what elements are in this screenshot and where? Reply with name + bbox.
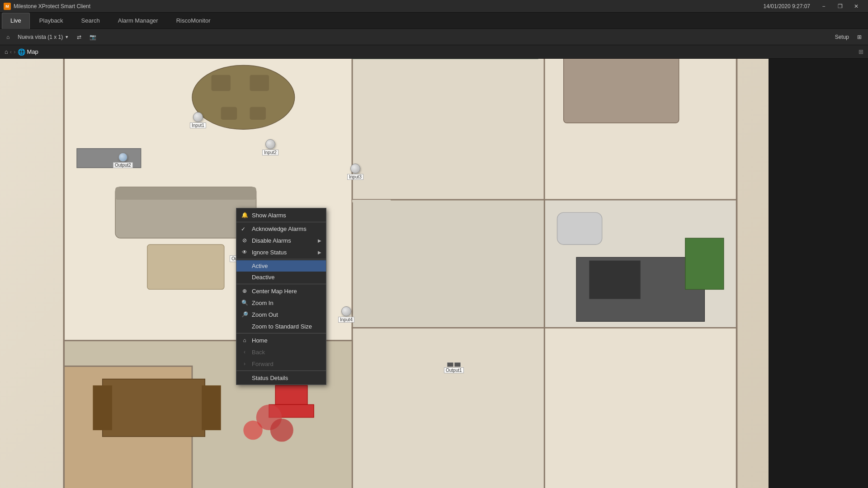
ctx-active[interactable]: ✓ Active (236, 260, 326, 272)
ctx-zoom-in-label: Zoom In (252, 300, 274, 306)
map-area[interactable]: Input1 Input2 Input3 Input4 Output1 (0, 59, 769, 488)
dropdown-icon: ▼ (65, 35, 69, 39)
ctx-zoom-standard-label: Zoom to Standard Size (252, 323, 312, 330)
zoom-in-icon: 🔍 (241, 299, 248, 306)
setup-label: Setup (835, 34, 849, 40)
svg-rect-2 (352, 59, 544, 200)
ctx-back-label: Back (252, 349, 265, 356)
grid-button[interactable]: ⊞ (854, 33, 864, 41)
marker-ball-input4 (341, 306, 351, 316)
view-selector[interactable]: Nueva vista (1 x 1) ▼ (15, 33, 71, 41)
svg-rect-7 (352, 328, 544, 488)
tab-search[interactable]: Search (73, 13, 108, 29)
ctx-sep4 (236, 333, 326, 333)
ctx-acknowledge-alarms[interactable]: ✓ Acknowledge Alarms (236, 223, 326, 235)
nav-forward[interactable]: › (14, 48, 15, 55)
tab-playback[interactable]: Playback (31, 13, 72, 29)
grid-icon: ⊞ (857, 34, 862, 40)
view-swap-button[interactable]: ⇄ (74, 33, 84, 41)
home-icon2: ⌂ (241, 337, 248, 344)
map-background: Input1 Input2 Input3 Input4 Output1 (0, 59, 769, 488)
close-button[interactable]: ✕ (848, 0, 864, 13)
ctx-deactive[interactable]: ✓ Deactive (236, 272, 326, 283)
svg-rect-24 (103, 379, 205, 437)
camera-icon: 📷 (90, 34, 96, 40)
globe-icon: 🌐 (18, 48, 25, 56)
ctx-home-label: Home (252, 337, 268, 344)
marker-label-output2: Output2 (113, 162, 133, 168)
nav-bar: Live Playback Search Alarm Manager Risco… (0, 13, 868, 29)
title-bar-left: M Milestone XProtect Smart Client (4, 3, 90, 10)
svg-rect-36 (589, 261, 640, 299)
title-text: Milestone XProtect Smart Client (14, 3, 90, 9)
svg-rect-13 (115, 187, 256, 200)
ctx-sep3 (236, 284, 326, 284)
marker-input1[interactable]: Input1 (190, 112, 206, 128)
minimize-button[interactable]: − (816, 0, 832, 13)
ctx-disable-alarms[interactable]: ⊘ Disable Alarms ▶ (236, 235, 326, 246)
ctx-zoom-in[interactable]: 🔍 Zoom In (236, 297, 326, 309)
marker-input2[interactable]: Input2 (262, 139, 278, 155)
tab-risco[interactable]: RiscoMonitor (168, 13, 219, 29)
svg-point-33 (243, 421, 263, 440)
marker-label-input4: Input4 (338, 317, 354, 323)
marker-label-input3: Input3 (347, 174, 363, 180)
ctx-back[interactable]: ‹ Back (236, 346, 326, 358)
ctx-zoom-out-label: Zoom Out (252, 311, 278, 318)
ctx-show-alarms[interactable]: 🔔 Show Alarms (236, 209, 326, 221)
main-content: Input1 Input2 Input3 Input4 Output1 (0, 59, 868, 488)
ctx-forward[interactable]: › Forward (236, 358, 326, 370)
marker-output1[interactable]: Output1 (444, 362, 464, 373)
setup-button[interactable]: Setup (832, 33, 852, 41)
arrow-icon2: ▶ (318, 250, 321, 255)
ctx-forward-label: Forward (252, 361, 274, 367)
svg-rect-27 (275, 385, 307, 405)
svg-point-16 (192, 66, 295, 130)
home-icon: ⌂ (6, 34, 9, 40)
svg-rect-26 (202, 385, 221, 430)
context-menu: 🔔 Show Alarms ✓ Acknowledge Alarms ⊘ Dis… (236, 208, 326, 385)
nav-back[interactable]: ‹ (10, 48, 12, 55)
ctx-ignore-status[interactable]: 👁 Ignore Status ▶ (236, 246, 326, 258)
grid-layout-icon[interactable]: ⊞ (859, 48, 863, 55)
ctx-zoom-standard[interactable]: Zoom to Standard Size (236, 320, 326, 332)
alarm-icon: 🔔 (241, 211, 248, 219)
marker-label-input2: Input2 (262, 150, 278, 155)
svg-rect-11 (352, 200, 391, 202)
floorplan-svg (0, 59, 769, 488)
ctx-acknowledge-label: Acknowledge Alarms (252, 225, 307, 232)
marker-input3[interactable]: Input3 (347, 164, 363, 180)
right-panel (769, 59, 868, 488)
marker-output2[interactable]: Output2 (113, 153, 133, 168)
ctx-sep1 (236, 222, 326, 222)
ctx-center-label: Center Map Here (252, 288, 297, 295)
svg-rect-14 (147, 244, 224, 289)
check-icon: ✓ (241, 226, 248, 232)
svg-rect-25 (93, 385, 112, 430)
marker-input4[interactable]: Input4 (338, 306, 354, 323)
tab-alarm-manager[interactable]: Alarm Manager (109, 13, 167, 29)
restore-button[interactable]: ❐ (832, 0, 848, 13)
home-view-icon[interactable]: ⌂ (4, 33, 12, 41)
breadcrumb-right: ⊞ (859, 48, 863, 55)
tab-live[interactable]: Live (2, 13, 30, 29)
marker-ball-input1 (193, 112, 203, 122)
breadcrumb-home[interactable]: ⌂ (5, 48, 8, 55)
no-icon2: ✓ (241, 274, 248, 281)
toolbar-right: Setup ⊞ (832, 33, 864, 41)
camera-button[interactable]: 📷 (87, 33, 99, 41)
ctx-zoom-out[interactable]: 🔎 Zoom Out (236, 309, 326, 320)
no-icon3 (241, 323, 248, 330)
ctx-status-details[interactable]: Status Details (236, 372, 326, 384)
view-label: Nueva vista (1 x 1) (18, 34, 63, 40)
crosshair-icon: ⊕ (241, 287, 248, 295)
ctx-active-label: Active (252, 263, 268, 269)
svg-rect-17 (212, 75, 231, 91)
ctx-sep2 (236, 259, 326, 259)
ctx-center-map[interactable]: ⊕ Center Map Here (236, 285, 326, 297)
breadcrumb-bar: ⌂ ‹ › 🌐 Map ⊞ (0, 45, 868, 59)
app-icon: M (4, 3, 11, 10)
marker-label-output1: Output1 (444, 367, 464, 373)
no-icon: ✓ (241, 263, 248, 269)
ctx-home[interactable]: ⌂ Home (236, 334, 326, 346)
